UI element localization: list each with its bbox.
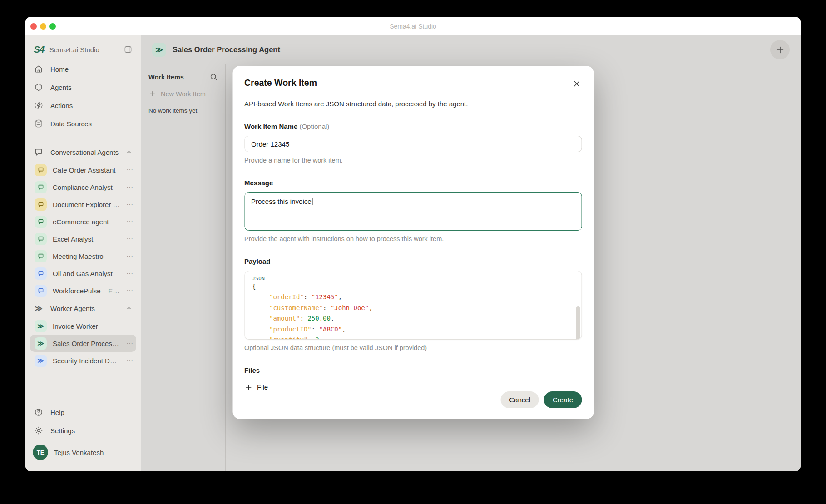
page-title: Sales Order Processing Agent [173, 45, 770, 54]
titlebar: Sema4.ai Studio [25, 17, 801, 35]
message-textarea[interactable]: Process this invoice [244, 192, 582, 231]
chat-agent-icon [35, 216, 47, 228]
more-options-icon[interactable]: ⋯ [126, 166, 134, 174]
code-line: "productID""ABCD" [252, 324, 573, 335]
more-options-icon[interactable]: ⋯ [126, 322, 134, 330]
cancel-button[interactable]: Cancel [500, 391, 539, 408]
sidebar-item-help[interactable]: Help [30, 403, 136, 421]
files-label: Files [244, 366, 582, 374]
editor-scrollbar[interactable] [576, 306, 580, 340]
more-options-icon[interactable]: ⋯ [126, 217, 134, 226]
create-button[interactable]: Create [544, 391, 582, 408]
more-options-icon[interactable]: ⋯ [126, 269, 134, 277]
window-title: Sema4.ai Studio [25, 23, 801, 30]
sidebar-item-sales-order-processing[interactable]: ≫ Sales Order Proces… ⋯ [30, 335, 136, 352]
sidebar-divider [31, 138, 135, 138]
text-cursor [312, 198, 313, 205]
agent-label: Sales Order Proces… [53, 340, 124, 347]
more-options-icon[interactable]: ⋯ [126, 287, 134, 295]
home-icon [34, 64, 44, 74]
screen: Sema4.ai Studio S4 Sema4.ai Studio Home [0, 0, 826, 504]
chat-agent-icon [35, 181, 47, 193]
code-line: "orderId""12345" [252, 292, 573, 303]
agent-label: Excel Analyst [53, 235, 124, 243]
hexagon-icon [34, 82, 44, 92]
chat-agent-icon [35, 267, 47, 280]
chevron-up-icon[interactable] [125, 305, 133, 312]
worker-agents-icon: ≫ [34, 303, 44, 313]
close-icon[interactable] [571, 79, 582, 89]
section-conversational-agents[interactable]: Conversational Agents [30, 143, 136, 161]
section-label: Worker Agents [50, 305, 95, 312]
brand-row: S4 Sema4.ai Studio [30, 39, 136, 60]
chevron-up-icon[interactable] [125, 148, 133, 156]
brand-name: Sema4.ai Studio [49, 46, 124, 54]
work-item-name-input[interactable] [244, 136, 582, 152]
user-name: Tejus Venkatesh [54, 449, 104, 456]
section-worker-agents[interactable]: ≫ Worker Agents [30, 299, 136, 317]
section-label: Conversational Agents [50, 148, 119, 156]
code-line: "quantity"2 [252, 335, 573, 340]
more-options-icon[interactable]: ⋯ [126, 235, 134, 243]
search-icon[interactable] [209, 73, 218, 81]
add-file-button[interactable]: File [244, 383, 582, 391]
code-line: "customerName""John Doe" [252, 303, 573, 314]
sidebar-item-label: Settings [50, 427, 75, 435]
more-options-icon[interactable]: ⋯ [126, 252, 134, 260]
user-row[interactable]: TE Tejus Venkatesh [30, 441, 136, 463]
sidebar-item-oil-and-gas-analyst[interactable]: Oil and Gas Analyst ⋯ [30, 265, 136, 282]
agent-label: Invoice Worker [53, 322, 124, 330]
optional-hint: (Optional) [299, 123, 329, 130]
more-options-icon[interactable]: ⋯ [126, 183, 134, 191]
chat-agent-icon [35, 198, 47, 211]
more-options-icon[interactable]: ⋯ [126, 356, 134, 365]
sidebar-item-data-sources[interactable]: Data Sources [30, 114, 136, 133]
avatar: TE [33, 445, 48, 460]
sidebar-item-cafe-order-assistant[interactable]: Cafe Order Assistant ⋯ [30, 161, 136, 178]
worker-agent-icon: ≫ [35, 320, 47, 332]
new-work-item-button[interactable]: New Work Item [148, 90, 218, 98]
sema4-logo: S4 [34, 44, 44, 55]
sidebar-item-excel-analyst[interactable]: Excel Analyst ⋯ [30, 230, 136, 247]
worker-agent-icon: ≫ [35, 355, 47, 367]
collapse-sidebar-icon[interactable] [124, 45, 133, 54]
sidebar-item-settings[interactable]: Settings [30, 421, 136, 440]
sidebar-item-meeting-maestro[interactable]: Meeting Maestro ⋯ [30, 247, 136, 265]
worker-agent-icon: ≫ [152, 43, 166, 57]
sidebar-item-ecommerce-agent[interactable]: eCommerce agent ⋯ [30, 213, 136, 230]
add-button[interactable] [770, 40, 790, 59]
agent-label: Cafe Order Assistant [53, 166, 124, 174]
agent-label: Oil and Gas Analyst [53, 270, 124, 277]
sidebar-item-invoice-worker[interactable]: ≫ Invoice Worker ⋯ [30, 317, 136, 335]
gear-icon [34, 425, 44, 435]
sidebar-item-agents[interactable]: Agents [30, 78, 136, 96]
modal-description: API-based Work Items are JSON structured… [244, 100, 582, 108]
sidebar-item-home[interactable]: Home [30, 60, 136, 78]
message-value: Process this invoice [251, 198, 312, 205]
payload-json-editor[interactable]: JSON { "orderId""12345" "customerName""J… [244, 271, 582, 340]
agent-label: Document Explorer … [53, 201, 124, 208]
worker-agent-icon: ≫ [35, 337, 47, 350]
sidebar-item-label: Home [50, 65, 69, 73]
payload-helper: Optional JSON data structure (must be va… [244, 344, 582, 351]
sidebar-item-label: Help [50, 409, 64, 416]
sidebar-item-document-explorer[interactable]: Document Explorer … ⋯ [30, 196, 136, 213]
empty-state-text: No work items yet [148, 107, 218, 114]
sidebar-item-workforcepulse[interactable]: WorkforcePulse – E… ⋯ [30, 282, 136, 299]
sidebar: S4 Sema4.ai Studio Home Agen [25, 35, 141, 471]
create-work-item-modal: Create Work Item API-based Work Items ar… [232, 66, 594, 419]
payload-label: Payload [244, 257, 582, 265]
code-line: "amount"250.00 [252, 313, 573, 324]
database-icon [34, 119, 44, 128]
help-icon [34, 407, 44, 417]
agent-header: ≫ Sales Order Processing Agent [141, 35, 801, 64]
chat-bubble-icon [34, 147, 44, 157]
sidebar-item-security-incident[interactable]: ≫ Security Incident D… ⋯ [30, 352, 136, 369]
work-items-title: Work Items [148, 74, 184, 81]
more-options-icon[interactable]: ⋯ [126, 200, 134, 208]
work-items-panel: Work Items New Work Item No work items y… [141, 64, 226, 471]
sidebar-item-actions[interactable]: Actions [30, 96, 136, 114]
more-options-icon[interactable]: ⋯ [126, 339, 134, 347]
sidebar-item-compliance-analyst[interactable]: Compliance Analyst ⋯ [30, 178, 136, 196]
code-language-badge: JSON [252, 276, 573, 282]
